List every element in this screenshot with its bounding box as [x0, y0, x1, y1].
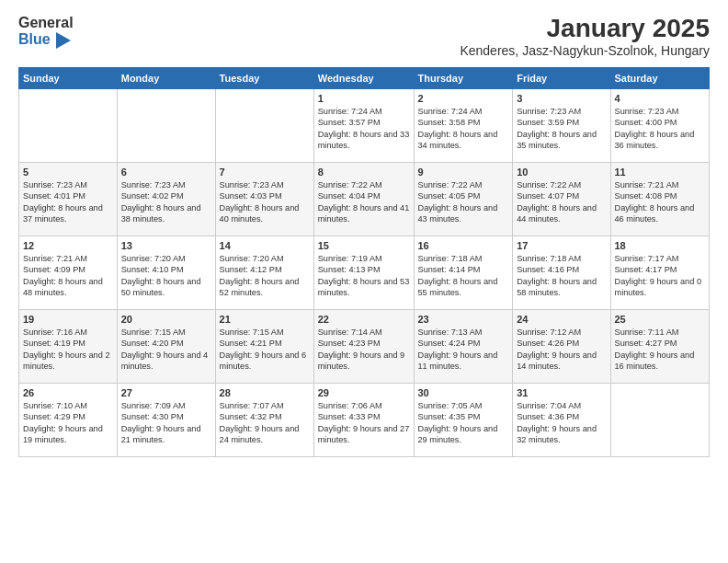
- day-info: Sunrise: 7:22 AM Sunset: 4:04 PM Dayligh…: [318, 179, 410, 225]
- day-cell: 29Sunrise: 7:06 AM Sunset: 4:33 PM Dayli…: [313, 383, 414, 456]
- day-cell: 19Sunrise: 7:16 AM Sunset: 4:19 PM Dayli…: [19, 309, 118, 383]
- logo-text: General Blue: [18, 15, 74, 49]
- day-cell: 4Sunrise: 7:23 AM Sunset: 4:00 PM Daylig…: [610, 88, 710, 162]
- day-number: 17: [517, 240, 606, 251]
- day-info: Sunrise: 7:23 AM Sunset: 4:02 PM Dayligh…: [121, 179, 211, 225]
- header-thursday: Thursday: [414, 67, 513, 88]
- day-cell: 11Sunrise: 7:21 AM Sunset: 4:08 PM Dayli…: [610, 162, 710, 236]
- day-cell: 27Sunrise: 7:09 AM Sunset: 4:30 PM Dayli…: [117, 383, 215, 456]
- day-cell: 30Sunrise: 7:05 AM Sunset: 4:35 PM Dayli…: [414, 383, 513, 456]
- day-cell: 2Sunrise: 7:24 AM Sunset: 3:58 PM Daylig…: [414, 88, 513, 162]
- day-info: Sunrise: 7:23 AM Sunset: 4:00 PM Dayligh…: [615, 106, 706, 152]
- day-number: 1: [318, 93, 410, 104]
- day-cell: 7Sunrise: 7:23 AM Sunset: 4:03 PM Daylig…: [215, 162, 313, 236]
- page: General Blue January 2025 Kenderes, Jasz…: [0, 0, 728, 563]
- day-cell: 3Sunrise: 7:23 AM Sunset: 3:59 PM Daylig…: [513, 88, 610, 162]
- day-cell: 15Sunrise: 7:19 AM Sunset: 4:13 PM Dayli…: [313, 236, 414, 309]
- day-number: 3: [517, 93, 606, 104]
- day-number: 4: [615, 93, 706, 104]
- day-number: 5: [23, 167, 113, 178]
- day-info: Sunrise: 7:17 AM Sunset: 4:17 PM Dayligh…: [615, 253, 706, 299]
- day-cell: 16Sunrise: 7:18 AM Sunset: 4:14 PM Dayli…: [414, 236, 513, 309]
- day-number: 12: [23, 240, 113, 251]
- calendar-header-row: SundayMondayTuesdayWednesdayThursdayFrid…: [19, 67, 710, 88]
- day-cell: 8Sunrise: 7:22 AM Sunset: 4:04 PM Daylig…: [313, 162, 414, 236]
- day-number: 10: [517, 167, 606, 178]
- day-number: 25: [615, 314, 706, 325]
- logo-flag-icon: [52, 32, 71, 49]
- header-sunday: Sunday: [19, 67, 118, 88]
- day-cell: 25Sunrise: 7:11 AM Sunset: 4:27 PM Dayli…: [610, 309, 710, 383]
- day-info: Sunrise: 7:16 AM Sunset: 4:19 PM Dayligh…: [23, 327, 113, 373]
- week-row-3: 12Sunrise: 7:21 AM Sunset: 4:09 PM Dayli…: [19, 236, 710, 309]
- day-info: Sunrise: 7:15 AM Sunset: 4:21 PM Dayligh…: [220, 327, 310, 373]
- day-info: Sunrise: 7:18 AM Sunset: 4:16 PM Dayligh…: [517, 253, 606, 299]
- day-info: Sunrise: 7:05 AM Sunset: 4:35 PM Dayligh…: [418, 400, 509, 446]
- day-info: Sunrise: 7:23 AM Sunset: 4:03 PM Dayligh…: [220, 179, 310, 225]
- day-number: 21: [220, 314, 310, 325]
- day-number: 31: [517, 387, 606, 398]
- day-info: Sunrise: 7:23 AM Sunset: 4:01 PM Dayligh…: [23, 179, 113, 225]
- day-number: 22: [318, 314, 410, 325]
- day-number: 2: [418, 93, 509, 104]
- logo: General Blue: [18, 15, 74, 49]
- day-info: Sunrise: 7:12 AM Sunset: 4:26 PM Dayligh…: [517, 327, 606, 373]
- day-info: Sunrise: 7:20 AM Sunset: 4:12 PM Dayligh…: [220, 253, 310, 299]
- day-number: 19: [23, 314, 113, 325]
- day-number: 11: [615, 167, 706, 178]
- day-info: Sunrise: 7:22 AM Sunset: 4:07 PM Dayligh…: [517, 179, 606, 225]
- day-cell: [19, 88, 118, 162]
- week-row-1: 1Sunrise: 7:24 AM Sunset: 3:57 PM Daylig…: [19, 88, 710, 162]
- day-info: Sunrise: 7:19 AM Sunset: 4:13 PM Dayligh…: [318, 253, 410, 299]
- day-info: Sunrise: 7:09 AM Sunset: 4:30 PM Dayligh…: [121, 400, 211, 446]
- day-number: 27: [121, 387, 211, 398]
- day-info: Sunrise: 7:23 AM Sunset: 3:59 PM Dayligh…: [517, 106, 606, 152]
- day-number: 29: [318, 387, 410, 398]
- day-number: 8: [318, 167, 410, 178]
- day-cell: 22Sunrise: 7:14 AM Sunset: 4:23 PM Dayli…: [313, 309, 414, 383]
- day-info: Sunrise: 7:11 AM Sunset: 4:27 PM Dayligh…: [615, 327, 706, 373]
- day-cell: 10Sunrise: 7:22 AM Sunset: 4:07 PM Dayli…: [513, 162, 610, 236]
- day-number: 26: [23, 387, 113, 398]
- day-cell: 17Sunrise: 7:18 AM Sunset: 4:16 PM Dayli…: [513, 236, 610, 309]
- header-tuesday: Tuesday: [215, 67, 313, 88]
- week-row-4: 19Sunrise: 7:16 AM Sunset: 4:19 PM Dayli…: [19, 309, 710, 383]
- day-cell: 14Sunrise: 7:20 AM Sunset: 4:12 PM Dayli…: [215, 236, 313, 309]
- day-cell: 23Sunrise: 7:13 AM Sunset: 4:24 PM Dayli…: [414, 309, 513, 383]
- day-number: 13: [121, 240, 211, 251]
- day-info: Sunrise: 7:20 AM Sunset: 4:10 PM Dayligh…: [121, 253, 211, 299]
- svg-marker-0: [56, 32, 71, 49]
- day-number: 7: [220, 167, 310, 178]
- day-number: 18: [615, 240, 706, 251]
- header-monday: Monday: [117, 67, 215, 88]
- day-cell: [610, 383, 710, 456]
- day-info: Sunrise: 7:22 AM Sunset: 4:05 PM Dayligh…: [418, 179, 509, 225]
- calendar-subtitle: Kenderes, Jasz-Nagykun-Szolnok, Hungary: [460, 43, 710, 58]
- day-number: 6: [121, 167, 211, 178]
- day-cell: 24Sunrise: 7:12 AM Sunset: 4:26 PM Dayli…: [513, 309, 610, 383]
- day-info: Sunrise: 7:10 AM Sunset: 4:29 PM Dayligh…: [23, 400, 113, 446]
- day-number: 24: [517, 314, 606, 325]
- day-cell: 21Sunrise: 7:15 AM Sunset: 4:21 PM Dayli…: [215, 309, 313, 383]
- day-cell: 28Sunrise: 7:07 AM Sunset: 4:32 PM Dayli…: [215, 383, 313, 456]
- day-info: Sunrise: 7:18 AM Sunset: 4:14 PM Dayligh…: [418, 253, 509, 299]
- day-number: 28: [220, 387, 310, 398]
- day-cell: 6Sunrise: 7:23 AM Sunset: 4:02 PM Daylig…: [117, 162, 215, 236]
- day-number: 14: [220, 240, 310, 251]
- day-info: Sunrise: 7:04 AM Sunset: 4:36 PM Dayligh…: [517, 400, 606, 446]
- header-saturday: Saturday: [610, 67, 710, 88]
- calendar-title: January 2025: [460, 15, 710, 43]
- day-cell: 12Sunrise: 7:21 AM Sunset: 4:09 PM Dayli…: [19, 236, 118, 309]
- day-info: Sunrise: 7:13 AM Sunset: 4:24 PM Dayligh…: [418, 327, 509, 373]
- day-number: 9: [418, 167, 509, 178]
- day-cell: 13Sunrise: 7:20 AM Sunset: 4:10 PM Dayli…: [117, 236, 215, 309]
- day-cell: 18Sunrise: 7:17 AM Sunset: 4:17 PM Dayli…: [610, 236, 710, 309]
- header: General Blue January 2025 Kenderes, Jasz…: [18, 15, 710, 58]
- day-number: 30: [418, 387, 509, 398]
- day-number: 15: [318, 240, 410, 251]
- week-row-5: 26Sunrise: 7:10 AM Sunset: 4:29 PM Dayli…: [19, 383, 710, 456]
- day-info: Sunrise: 7:21 AM Sunset: 4:09 PM Dayligh…: [23, 253, 113, 299]
- day-info: Sunrise: 7:06 AM Sunset: 4:33 PM Dayligh…: [318, 400, 410, 446]
- day-cell: 1Sunrise: 7:24 AM Sunset: 3:57 PM Daylig…: [313, 88, 414, 162]
- day-number: 23: [418, 314, 509, 325]
